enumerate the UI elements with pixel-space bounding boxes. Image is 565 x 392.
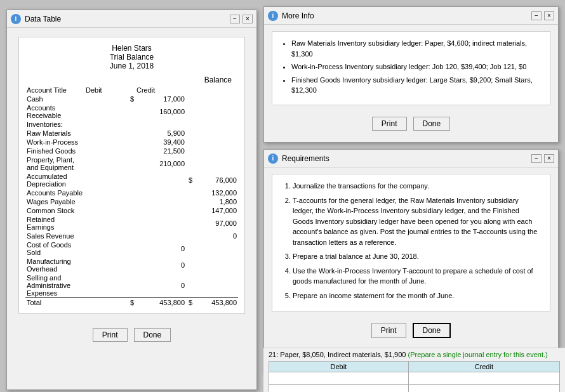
requirements-info-icon: i bbox=[268, 154, 278, 164]
dollar-debit-cell bbox=[84, 138, 135, 147]
more-info-minimize-button[interactable]: − bbox=[531, 11, 542, 20]
table-row: Retained Earnings97,000 bbox=[25, 215, 238, 232]
credit-cell: 0 bbox=[194, 232, 238, 240]
dollar-debit-cell bbox=[84, 129, 135, 138]
account-cell: Common Stock bbox=[25, 206, 84, 215]
more-info-window: i More Info − × Raw Materials Inventory … bbox=[263, 6, 559, 143]
account-cell: Wages Payable bbox=[25, 197, 84, 206]
requirements-controls: − × bbox=[531, 154, 554, 163]
table-row: Raw Materials5,900 bbox=[25, 129, 238, 138]
requirement-item: T-accounts for the general ledger, the R… bbox=[293, 195, 541, 248]
dollar-credit-cell bbox=[186, 188, 194, 197]
journal-credit-2[interactable] bbox=[408, 385, 559, 393]
dollar-debit-cell bbox=[84, 206, 135, 215]
dollar-credit-cell bbox=[186, 120, 194, 129]
data-table-titlebar: i Data Table − × bbox=[7, 10, 256, 28]
account-cell: Cash bbox=[25, 95, 84, 103]
more-info-content: Raw Materials Inventory subsidiary ledge… bbox=[272, 31, 550, 105]
col-account-header: Account Title bbox=[25, 86, 84, 95]
credit-cell: 132,000 bbox=[194, 188, 238, 197]
credit-cell bbox=[194, 129, 238, 138]
credit-cell: 1,800 bbox=[194, 197, 238, 206]
data-table-close-button[interactable]: × bbox=[243, 15, 253, 23]
requirements-done-button[interactable]: Done bbox=[413, 323, 451, 338]
debit-cell bbox=[135, 120, 186, 129]
more-info-item: Work-in-Process Inventory subsidiary led… bbox=[291, 62, 541, 72]
table-row: Inventories: bbox=[25, 120, 238, 129]
debit-cell: 453,800 bbox=[135, 298, 186, 308]
journal-row-1 bbox=[269, 372, 560, 385]
trial-balance-header: Helen Stars Trial Balance June 1, 2018 bbox=[25, 44, 238, 70]
credit-cell bbox=[194, 103, 238, 120]
table-row: Cash$17,000 bbox=[25, 95, 238, 103]
journal-area: 21: Paper, $8,050, Indirect materials, $… bbox=[263, 348, 565, 392]
debit-cell: 160,000 bbox=[135, 103, 186, 120]
dollar-credit-cell bbox=[186, 155, 194, 172]
credit-cell bbox=[194, 273, 238, 298]
more-info-close-button[interactable]: × bbox=[544, 11, 554, 20]
account-cell: Accumulated Depreciation bbox=[25, 172, 84, 188]
journal-debit-1[interactable] bbox=[269, 372, 409, 385]
account-cell: Sales Revenue bbox=[25, 232, 84, 240]
table-row: Accumulated Depreciation$76,000 bbox=[25, 172, 238, 188]
account-cell: Retained Earnings bbox=[25, 215, 84, 232]
dollar-credit-cell bbox=[186, 138, 194, 147]
dollar-debit-cell bbox=[84, 273, 135, 298]
credit-cell bbox=[194, 120, 238, 129]
table-row: Property, Plant, and Equipment210,000 bbox=[25, 155, 238, 172]
requirements-minimize-button[interactable]: − bbox=[531, 154, 542, 163]
journal-debit-col: Debit bbox=[269, 362, 409, 372]
more-info-controls: − × bbox=[531, 11, 554, 20]
more-info-titlebar: i More Info − × bbox=[264, 7, 558, 25]
dollar-debit-cell bbox=[84, 188, 135, 197]
requirements-content: Journalize the transactions for the comp… bbox=[272, 174, 550, 311]
requirements-title: Requirements bbox=[282, 154, 329, 163]
table-row: Selling and Administrative Expenses0 bbox=[25, 273, 238, 298]
debit-cell bbox=[135, 215, 186, 232]
account-cell: Accounts Receivable bbox=[25, 103, 84, 120]
dollar-debit-cell bbox=[84, 215, 135, 232]
requirements-footer: Print Done bbox=[264, 318, 558, 343]
debit-cell: 21,500 bbox=[135, 147, 186, 155]
dollar-credit-cell bbox=[186, 129, 194, 138]
table-row: Work-in-Process39,400 bbox=[25, 138, 238, 147]
dollar-credit-cell bbox=[186, 273, 194, 298]
account-cell: Raw Materials bbox=[25, 129, 84, 138]
dollar-credit-cell bbox=[186, 215, 194, 232]
debit-cell: 0 bbox=[135, 240, 186, 257]
journal-credit-col: Credit bbox=[408, 362, 559, 372]
dollar-credit-cell bbox=[186, 103, 194, 120]
more-info-list: Raw Materials Inventory subsidiary ledge… bbox=[281, 38, 541, 96]
credit-cell: 453,800 bbox=[194, 298, 238, 308]
debit-cell: 17,000 bbox=[135, 95, 186, 103]
debit-cell bbox=[135, 232, 186, 240]
more-info-print-button[interactable]: Print bbox=[372, 117, 407, 131]
account-cell: Finished Goods bbox=[25, 147, 84, 155]
data-table-print-button[interactable]: Print bbox=[93, 328, 128, 342]
dollar-credit-cell bbox=[186, 206, 194, 215]
table-row: Accounts Payable132,000 bbox=[25, 188, 238, 197]
dollar-debit-cell bbox=[84, 240, 135, 257]
more-info-icon: i bbox=[268, 11, 278, 21]
data-table-controls: − × bbox=[230, 15, 253, 23]
table-row: Common Stock147,000 bbox=[25, 206, 238, 215]
dollar-debit-cell bbox=[84, 232, 135, 240]
col-credit-header: Credit bbox=[135, 86, 186, 95]
dollar-credit-cell: $ bbox=[186, 298, 194, 308]
dollar-debit-cell bbox=[84, 147, 135, 155]
debit-cell: 39,400 bbox=[135, 138, 186, 147]
requirement-item: Prepare a trial balance at June 30, 2018… bbox=[293, 251, 541, 262]
dollar-credit-cell bbox=[186, 147, 194, 155]
data-table-minimize-button[interactable]: − bbox=[230, 15, 240, 23]
requirements-print-button[interactable]: Print bbox=[371, 323, 406, 338]
company-name: Helen Stars bbox=[25, 44, 238, 53]
data-table-done-button[interactable]: Done bbox=[134, 328, 171, 342]
dollar-debit-cell bbox=[84, 172, 135, 188]
journal-credit-1[interactable] bbox=[408, 372, 559, 385]
account-cell: Cost of Goods Sold bbox=[25, 240, 84, 257]
more-info-done-button[interactable]: Done bbox=[413, 117, 451, 131]
journal-debit-2[interactable] bbox=[269, 385, 409, 393]
requirements-close-button[interactable]: × bbox=[544, 154, 554, 163]
table-row: Accounts Receivable160,000 bbox=[25, 103, 238, 120]
requirement-item: Journalize the transactions for the comp… bbox=[293, 181, 541, 192]
